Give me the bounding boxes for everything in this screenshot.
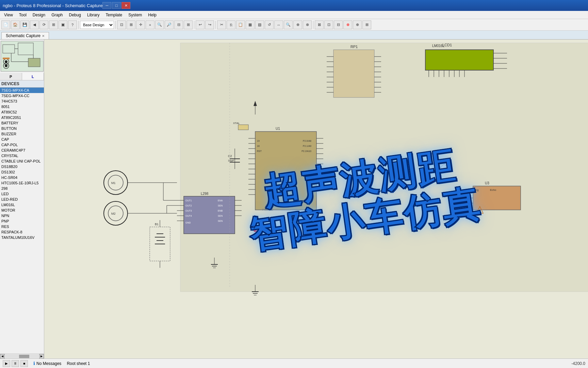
scroll-right[interactable]: ▶	[39, 354, 44, 359]
search-button[interactable]: 🔍	[284, 20, 293, 29]
device-item[interactable]: CAP	[0, 137, 44, 142]
cut-button[interactable]: ✂	[217, 20, 226, 29]
menu-item-graph[interactable]: Graph	[49, 11, 65, 19]
component-button[interactable]: ⊡	[117, 20, 126, 29]
scroll-track[interactable]	[5, 355, 38, 358]
device-item[interactable]: BUTTON	[0, 126, 44, 131]
block-button[interactable]: ▦	[246, 20, 255, 29]
pcb-button[interactable]: ⊟	[334, 20, 343, 29]
svg-rect-144	[238, 125, 248, 130]
save-button[interactable]: 💾	[20, 20, 29, 29]
cross-button[interactable]: ✛	[136, 20, 145, 29]
separator-5	[313, 21, 313, 29]
plus-button[interactable]: +	[146, 20, 154, 29]
help-button[interactable]: ?	[68, 20, 77, 29]
device-item[interactable]: BUZZER	[0, 131, 44, 137]
svg-text:U3: U3	[485, 181, 489, 185]
device-item[interactable]: HC-SR04	[0, 175, 44, 180]
scroll-thumb[interactable]	[19, 355, 29, 358]
schematic-tab-label: Schematic Capture	[6, 33, 40, 38]
mirror-button[interactable]: ↔	[274, 20, 283, 29]
zoom-area-button[interactable]: ⊞	[184, 20, 193, 29]
undo-button[interactable]: ↩	[196, 20, 205, 29]
schematic-tab-close[interactable]: ✕	[42, 34, 45, 38]
rotate-button[interactable]: ↺	[265, 20, 274, 29]
bom-button[interactable]: ⊡	[324, 20, 333, 29]
device-item[interactable]: 7SEG-MPX4-CA	[0, 88, 44, 93]
tag-button[interactable]: ⊗	[303, 20, 312, 29]
design-dropdown[interactable]: Base Design Root sheet	[80, 21, 114, 29]
play-button[interactable]: ▶	[3, 360, 10, 367]
svg-rect-0	[1, 41, 44, 72]
svg-text:P2.2/A10: P2.2/A10	[301, 150, 311, 152]
device-item[interactable]: 74HC573	[0, 98, 44, 104]
select-button[interactable]: ▧	[255, 20, 264, 29]
device-item[interactable]: BATTERY	[0, 120, 44, 126]
stop-button[interactable]: ■	[20, 360, 28, 367]
netlist-button[interactable]: ⊠	[315, 20, 324, 29]
device-item[interactable]: LM016L	[0, 202, 44, 208]
wire-button[interactable]: ⊕	[293, 20, 302, 29]
device-item[interactable]: AT89C52	[0, 109, 44, 115]
print-button[interactable]: ◀	[30, 20, 39, 29]
scroll-left[interactable]: ◀	[0, 354, 5, 359]
device-item[interactable]: DS1302	[0, 169, 44, 175]
menu-item-view[interactable]: View	[1, 11, 16, 19]
device-item[interactable]: CAP-POL	[0, 142, 44, 148]
device-item[interactable]: RESPACK-8	[0, 229, 44, 235]
device-item[interactable]: CERAMIC4P7	[0, 148, 44, 153]
p-tab[interactable]: P	[0, 73, 22, 80]
device-item[interactable]: 8051	[0, 104, 44, 109]
device-item[interactable]: LED	[0, 191, 44, 197]
schematic-tab[interactable]: Schematic Capture ✕	[1, 32, 49, 39]
menu-item-library[interactable]: Library	[84, 11, 102, 19]
device-item[interactable]: CRYSTAL	[0, 153, 44, 158]
device-list[interactable]: 7SEG-MPX4-CA7SEG-MPX4-CC74HC5738051AT89C…	[0, 88, 44, 354]
refresh-button[interactable]: ⟳	[39, 20, 48, 29]
l-tab[interactable]: L	[22, 73, 44, 80]
open-button[interactable]: 🏠	[11, 20, 20, 29]
device-item[interactable]: AT89C2051	[0, 115, 44, 120]
redo-button[interactable]: ↪	[205, 20, 214, 29]
grid-button[interactable]: ⊞	[49, 20, 58, 29]
menu-item-system[interactable]: System	[126, 11, 145, 19]
menu-item-debug[interactable]: Debug	[66, 11, 84, 19]
menu-item-help[interactable]: Help	[145, 11, 159, 19]
zoom-fit-button[interactable]: ⊟	[174, 20, 183, 29]
device-item[interactable]: NPN	[0, 213, 44, 218]
new-button[interactable]: 📄	[1, 20, 10, 29]
sim-button[interactable]: ⊞	[362, 20, 371, 29]
close-button[interactable]: ✕	[121, 2, 130, 9]
copy-button[interactable]: ⎘	[227, 20, 235, 29]
device-item[interactable]: RES	[0, 224, 44, 229]
device-item[interactable]: 7SEG-MPX4-CC	[0, 93, 44, 98]
annotate-button[interactable]: ⊗	[343, 20, 352, 29]
device-item[interactable]: PNP	[0, 218, 44, 224]
svg-text:RST: RST	[257, 150, 262, 152]
menu-item-design[interactable]: Design	[30, 11, 48, 19]
h-scrollbar[interactable]: ◀ ▶	[0, 354, 44, 358]
device-item[interactable]: MOTOR	[0, 208, 44, 213]
title-bar: ngbo - Proteus 8 Professional - Schemati…	[0, 0, 588, 11]
zoom-in-button[interactable]: 🔍	[155, 20, 164, 29]
device-item[interactable]: TANTALUM10U16V	[0, 235, 44, 240]
device-item[interactable]: 298	[0, 186, 44, 191]
box-button[interactable]: ▣	[59, 20, 67, 29]
pause-button[interactable]: ⏸	[12, 360, 19, 367]
device-item[interactable]: DS18B20	[0, 164, 44, 169]
menu-item-tool[interactable]: Tool	[16, 11, 29, 19]
status-bar: ▶ ⏸ ■ ℹ No Messages Root sheet 1 -4200.0	[0, 358, 588, 368]
svg-rect-33	[425, 50, 493, 70]
minimize-button[interactable]: ─	[102, 2, 111, 9]
device-item[interactable]: LED-RED	[0, 197, 44, 202]
check-button[interactable]: ⊕	[353, 20, 362, 29]
svg-text:GND: GND	[185, 221, 191, 224]
menu-item-template[interactable]: Template	[103, 11, 125, 19]
schematic-area[interactable]: RP1 LCD1 LM016L	[44, 40, 588, 358]
paste-button[interactable]: 📋	[236, 20, 245, 29]
zoom-out-button[interactable]: 🔎	[165, 20, 174, 29]
grid2-button[interactable]: ⊞	[127, 20, 135, 29]
maximize-button[interactable]: □	[112, 2, 121, 9]
device-item[interactable]: CTABLE UNI CAP-POL	[0, 158, 44, 164]
device-item[interactable]: HTC1005-1E-10RJ-L5	[0, 180, 44, 186]
